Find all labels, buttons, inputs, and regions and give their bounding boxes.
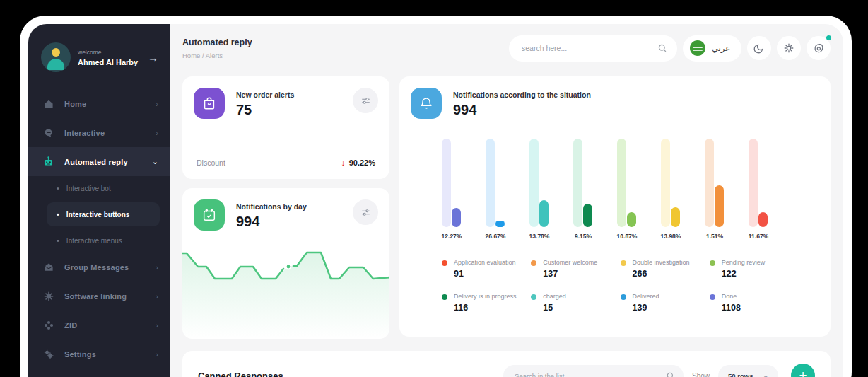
bar-percent-label: 1.51% [706,233,723,240]
legend-dot-icon [621,260,626,266]
language-switcher[interactable]: عربي [683,35,741,62]
sidebar-item-interactive[interactable]: Interactive › [28,118,170,147]
legend-dot-icon [531,294,536,300]
chat-icon [42,127,54,139]
notification-dot [826,35,831,40]
sidebar-item-zid[interactable]: ZID › [28,311,170,340]
legend-label: charged [543,293,566,300]
bar-group[interactable]: 9.15% [573,139,593,240]
legend-value: 1108 [722,303,741,313]
sidebar-subitem-interactive-bot[interactable]: • Interactive bot [47,176,160,200]
legend-item[interactable]: Application evaluation91 [442,259,531,279]
bar-fill [583,204,592,227]
bar-group[interactable]: 13.78% [529,139,549,240]
sidebar-item-storefront[interactable]: Storefront › [28,369,170,377]
bar-percent-label: 13.98% [661,233,681,240]
notifications-icon [813,42,825,54]
legend-label: Done [722,293,741,300]
add-response-button[interactable]: + [791,364,815,377]
chevron-down-icon: ⌄ [152,157,158,166]
legend-label: Pending review [722,259,766,266]
bar-fill [539,200,549,227]
search-input[interactable] [522,44,657,52]
legend-dot-icon [531,260,536,266]
legend-item[interactable]: charged15 [531,293,620,313]
sidebar-item-home[interactable]: Home › [28,89,170,118]
page-title: Automated reply [182,37,509,47]
legend-label: Delivered [633,293,659,300]
legend-dot-icon [710,260,715,266]
sidebar-subitem-interactive-menus[interactable]: • Interactive menus [47,228,160,253]
sidebar-item-label: Interactive [64,129,156,137]
notifications-button[interactable] [807,36,831,60]
app-window: welcome Ahmed Al Harby → Home › Interact… [20,16,852,377]
bar-fill [452,208,461,227]
legend-dot-icon [621,294,626,300]
situation-bars: 12.27%26.67%13.78%9.15%10.87%13.98%1.51%… [442,139,768,240]
legend-item[interactable]: Delivery is in progress116 [442,293,531,313]
username: Ahmed Al Harby [78,58,148,66]
search-icon[interactable] [657,43,667,53]
sidebar-item-label: ZID [64,321,156,330]
global-search [509,35,677,62]
sidebar-item-group-messages[interactable]: Group Messages › [28,253,170,282]
sidebar-item-label: Settings [64,350,156,359]
daily-line-chart [182,243,389,339]
chevron-right-icon: › [156,100,158,108]
bar-group[interactable]: 26.67% [486,139,505,240]
chevron-right-icon: › [156,263,158,272]
card-value: 994 [453,102,591,118]
sidebar-subitem-interactive-buttons[interactable]: • Interactive buttons [47,202,160,226]
page-size-select[interactable]: 50 rows ⌄ [718,365,778,377]
legend-item[interactable]: Done1108 [710,293,799,313]
breadcrumb[interactable]: Home / Alerts [182,52,509,59]
sidebar-item-settings[interactable]: Settings › [28,340,170,369]
bar-percent-label: 11.67% [749,233,768,240]
show-label: Show [692,372,710,377]
chevron-right-icon: › [156,350,158,359]
home-icon [42,98,54,110]
legend-value: 91 [454,269,516,279]
filter-button[interactable] [353,88,378,113]
legend-label: Customer welcome [543,259,597,266]
calendar-check-icon [194,199,225,231]
collapse-arrow-icon[interactable]: → [148,52,158,64]
gear-icon [42,290,54,302]
dark-mode-toggle[interactable] [747,36,771,60]
bar-group[interactable]: 1.51% [705,139,725,240]
sidebar: welcome Ahmed Al Harby → Home › Interact… [28,24,170,377]
sidebar-item-software-linking[interactable]: Software linking › [28,282,170,311]
search-icon[interactable] [666,371,675,377]
arrow-down-icon: ↓ [341,157,346,168]
bullet-icon: • [57,236,59,245]
bar-fill [758,212,768,227]
main-content: Automated reply Home / Alerts عربي [170,24,843,377]
zid-logo-icon [42,319,54,331]
language-label: عربي [712,43,730,53]
settings-button[interactable] [777,36,801,60]
bar-group[interactable]: 12.27% [442,139,462,240]
bar-fill [627,212,636,227]
discount-label: Discount [197,158,341,167]
bar-fill [495,221,505,227]
bar-group[interactable]: 10.87% [617,139,637,240]
legend-dot-icon [442,294,447,300]
card-title: Notifications according to the situation [453,91,591,99]
card-value: 75 [236,102,294,118]
sliders-icon [360,95,371,106]
legend-item[interactable]: Pending review122 [710,259,799,279]
sidebar-item-automated-reply[interactable]: Automated reply ⌄ [28,147,170,176]
sidebar-item-label: Home [64,100,156,108]
list-search-input[interactable] [515,372,666,377]
welcome-text: welcome [78,49,148,56]
legend-item[interactable]: Delivered139 [621,293,710,313]
bar-group[interactable]: 13.98% [661,139,681,240]
chevron-right-icon: › [156,321,158,330]
subitem-label: Interactive menus [66,237,122,245]
chevron-down-icon: ⌄ [763,372,768,377]
profile-card[interactable]: welcome Ahmed Al Harby → [28,37,170,89]
filter-button[interactable] [353,199,378,225]
legend-item[interactable]: Customer welcome137 [531,259,620,279]
bar-group[interactable]: 11.67% [749,139,768,240]
legend-item[interactable]: Double investigation266 [621,259,710,279]
